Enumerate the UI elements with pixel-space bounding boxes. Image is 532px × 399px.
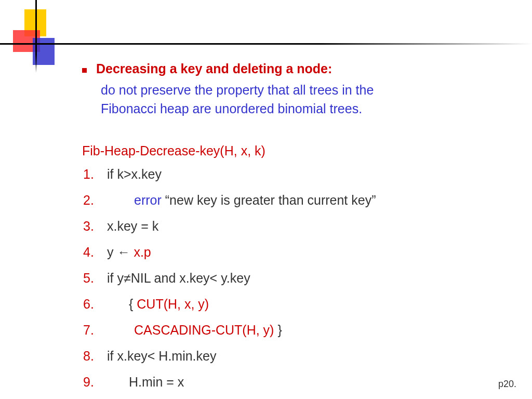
code-line-6: 6. { CUT(H, x, y) bbox=[82, 294, 508, 314]
code-line-1: 1. if k>x.key bbox=[82, 164, 508, 184]
bullet-item: Decreasing a key and deleting a node: bbox=[82, 61, 508, 76]
slide-content: Decreasing a key and deleting a node: do… bbox=[82, 61, 508, 392]
code-text: if x.key< H.min.key bbox=[107, 345, 216, 366]
line-number: 4. bbox=[82, 242, 107, 262]
line-number: 2. bbox=[82, 190, 107, 210]
code-text: if k>x.key bbox=[107, 164, 162, 184]
code-text: if y≠NIL and x.key< y.key bbox=[107, 268, 250, 288]
slide-logo bbox=[13, 9, 55, 72]
line-number: 5. bbox=[82, 268, 107, 288]
code-text: H.min = x bbox=[107, 371, 184, 392]
subtext: do not preserve the property that all tr… bbox=[101, 81, 508, 118]
code-text: error “new key is greater than current k… bbox=[107, 190, 376, 210]
line-number: 6. bbox=[82, 294, 107, 314]
bullet-marker-icon bbox=[82, 68, 87, 73]
function-title: Fib-Heap-Decrease-key(H, x, k) bbox=[82, 143, 508, 158]
heading: Decreasing a key and deleting a node: bbox=[96, 61, 332, 76]
code-line-4: 4. y ← x.p bbox=[82, 242, 508, 262]
line-number: 8. bbox=[82, 345, 107, 366]
code-line-8: 8. if x.key< H.min.key bbox=[82, 345, 508, 366]
code-line-9: 9. H.min = x bbox=[82, 371, 508, 392]
line-number: 1. bbox=[82, 164, 107, 184]
page-number: p20. bbox=[498, 379, 516, 390]
code-line-2: 2. error “new key is greater than curren… bbox=[82, 190, 508, 210]
subtext-line1: do not preserve the property that all tr… bbox=[101, 83, 374, 97]
line-number: 9. bbox=[82, 371, 107, 392]
horizontal-divider bbox=[0, 43, 532, 45]
code-line-7: 7. CASCADING-CUT(H, y) } bbox=[82, 320, 508, 340]
subtext-line2: Fibonacci heap are unordered binomial tr… bbox=[101, 101, 362, 116]
line-number: 7. bbox=[82, 320, 107, 340]
code-text: { CUT(H, x, y) bbox=[107, 294, 209, 314]
line-number: 3. bbox=[82, 216, 107, 236]
code-text: CASCADING-CUT(H, y) } bbox=[107, 320, 282, 340]
code-text: y ← x.p bbox=[107, 242, 151, 262]
code-line-5: 5. if y≠NIL and x.key< y.key bbox=[82, 268, 508, 288]
code-line-3: 3. x.key = k bbox=[82, 216, 508, 236]
vertical-divider bbox=[35, 0, 37, 73]
code-text: x.key = k bbox=[107, 216, 158, 236]
